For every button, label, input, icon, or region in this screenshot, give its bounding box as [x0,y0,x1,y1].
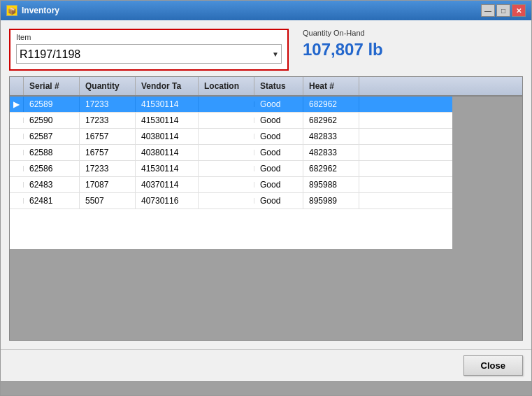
cell-vendor: 41530114 [136,113,199,128]
cell-location [199,182,254,188]
cell-serial: 62483 [24,177,80,192]
cell-vendor: 40730116 [136,193,199,208]
top-section: Item R1197/1198 Quantity On-Hand 107,807… [9,29,523,71]
cell-location [199,101,254,107]
cell-heat: 482833 [303,145,359,160]
cell-quantity: 5507 [80,193,136,208]
col-header-status: Status [254,77,303,95]
cell-location [199,166,254,171]
cell-location [199,134,254,139]
bottom-bar: Close [1,349,531,381]
item-select[interactable]: R1197/1198 [16,44,282,64]
row-indicator [10,166,24,171]
col-header-serial: Serial # [24,77,80,95]
item-label: Item [16,33,282,41]
cell-status: Good [254,129,303,144]
cell-vendor: 41530114 [136,97,199,112]
table-rows: ▶ 62589 17233 41530114 Good 682962 62590… [10,97,452,249]
table-row[interactable]: 62483 17087 40370114 Good 895988 [10,177,452,193]
cell-quantity: 16757 [80,145,136,160]
cell-quantity: 17087 [80,177,136,192]
cell-vendor: 40380114 [136,129,199,144]
window-close-button[interactable]: ✕ [512,4,526,17]
cell-heat: 682962 [303,161,359,176]
table-row[interactable]: ▶ 62589 17233 41530114 Good 682962 [10,97,452,113]
table-row[interactable]: 62481 5507 40730116 Good 895989 [10,193,452,209]
cell-vendor: 40380114 [136,145,199,160]
title-bar: 📦 Inventory — □ ✕ [1,1,531,20]
table-header: Serial # Quantity Vendor Ta Location Sta… [10,77,522,97]
cell-status: Good [254,145,303,160]
cell-heat: 895988 [303,177,359,192]
cell-status: Good [254,113,303,128]
row-indicator: ▶ [10,97,24,112]
col-header-heat: Heat # [303,77,359,95]
cell-heat: 682962 [303,113,359,128]
table-row[interactable]: 62590 17233 41530114 Good 682962 [10,113,452,129]
window-content: Item R1197/1198 Quantity On-Hand 107,807… [1,20,531,349]
quantity-label: Quantity On-Hand [303,29,383,37]
row-indicator [10,134,24,139]
col-header-vendor: Vendor Ta [136,77,199,95]
cell-location [199,118,254,123]
cell-status: Good [254,193,303,208]
title-bar-left: 📦 Inventory [6,5,59,16]
close-button[interactable]: Close [463,355,523,376]
minimize-button[interactable]: — [481,4,495,17]
inventory-table-container: Serial # Quantity Vendor Ta Location Sta… [9,76,523,341]
col-header-quantity: Quantity [80,77,136,95]
row-indicator [10,182,24,188]
quantity-on-hand-section: Quantity On-Hand 107,807 lb [303,29,383,59]
col-header-location: Location [199,77,254,95]
cell-vendor: 41530114 [136,161,199,176]
inventory-window: 📦 Inventory — □ ✕ Item R1197/1198 Qu [0,0,532,396]
cell-quantity: 16757 [80,129,136,144]
cell-serial: 62587 [24,129,80,144]
table-main: ▶ 62589 17233 41530114 Good 682962 62590… [10,97,452,340]
item-group: Item R1197/1198 [9,29,289,71]
title-bar-buttons: — □ ✕ [481,4,526,17]
cell-status: Good [254,97,303,112]
cell-heat: 895989 [303,193,359,208]
cell-location [199,150,254,155]
cell-quantity: 17233 [80,113,136,128]
cell-heat: 482833 [303,129,359,144]
maximize-button[interactable]: □ [496,4,510,17]
row-indicator [10,118,24,123]
item-select-container: R1197/1198 [16,44,282,64]
window-title: Inventory [22,6,59,15]
gray-footer [1,381,531,395]
cell-serial: 62588 [24,145,80,160]
cell-serial: 62586 [24,161,80,176]
table-row[interactable]: 62587 16757 40380114 Good 482833 [10,129,452,145]
gray-bottom-area [10,249,452,340]
cell-serial: 62481 [24,193,80,208]
row-indicator [10,198,24,204]
row-indicator [10,150,24,155]
table-row[interactable]: 62586 17233 41530114 Good 682962 [10,161,452,177]
table-row[interactable]: 62588 16757 40380114 Good 482833 [10,145,452,161]
cell-serial: 62589 [24,97,80,112]
cell-heat: 682962 [303,97,359,112]
cell-serial: 62590 [24,113,80,128]
table-inner: ▶ 62589 17233 41530114 Good 682962 62590… [10,97,522,340]
cell-status: Good [254,161,303,176]
cell-vendor: 40370114 [136,177,199,192]
cell-status: Good [254,177,303,192]
cell-quantity: 17233 [80,161,136,176]
cell-location [199,198,254,204]
quantity-value: 107,807 lb [303,40,383,59]
gray-right-scrollbar [452,97,522,340]
indicator-header [10,77,24,95]
cell-quantity: 17233 [80,97,136,112]
window-icon: 📦 [6,5,17,16]
